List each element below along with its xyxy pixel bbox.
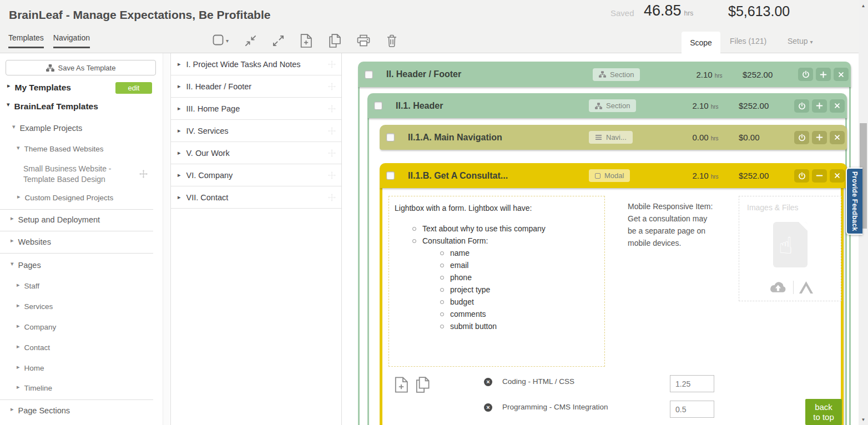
- power-toggle-button[interactable]: [794, 131, 809, 144]
- tab-navigation[interactable]: Navigation: [53, 33, 90, 48]
- tab-templates[interactable]: Templates: [8, 33, 44, 48]
- sidebar-item-label: My Templates: [15, 82, 71, 93]
- nav-item-home-page[interactable]: III. Home Page: [171, 98, 341, 120]
- navigation-type-badge[interactable]: Navi...: [589, 131, 633, 144]
- select-all-checkbox-icon[interactable]: ▾: [213, 33, 229, 48]
- add-file-icon[interactable]: [395, 377, 408, 393]
- close-button[interactable]: [834, 68, 849, 81]
- print-icon[interactable]: [357, 33, 370, 48]
- add-child-button[interactable]: [812, 99, 827, 113]
- pointer-hand-icon: ☝: [779, 232, 793, 259]
- drag-handle-icon[interactable]: [328, 149, 336, 157]
- drag-handle-icon[interactable]: [328, 60, 336, 68]
- sidebar-scrollbar-track[interactable]: [163, 53, 170, 425]
- section-checkbox[interactable]: [386, 171, 395, 180]
- nav-item-our-work[interactable]: V. Our Work: [171, 142, 341, 164]
- close-button[interactable]: [830, 131, 845, 144]
- sidebar-item-home[interactable]: Home: [17, 363, 44, 373]
- item-description-editor[interactable]: Lightbox with a form. Lightbox will have…: [388, 196, 605, 367]
- sidebar-item-label: Pages: [18, 260, 41, 270]
- add-child-button[interactable]: [816, 68, 831, 81]
- sidebar-item-label: Small Business Website - Template Based …: [23, 164, 134, 185]
- cloud-upload-icon[interactable]: [769, 281, 788, 294]
- save-as-template-label: Save As Template: [58, 64, 116, 72]
- sidebar-item-websites[interactable]: Websites: [11, 237, 51, 247]
- sidebar-item-contact[interactable]: Contact: [17, 343, 50, 353]
- caret-down-icon: [11, 260, 14, 267]
- drag-handle-icon[interactable]: [139, 170, 148, 178]
- caret-right-icon: [17, 281, 20, 289]
- sidebar-item-company[interactable]: Company: [17, 322, 56, 332]
- save-as-template-button[interactable]: Save As Template: [6, 60, 156, 75]
- sidebar-item-staff[interactable]: Staff: [17, 281, 39, 291]
- sidebar-item-brainleaf-templates[interactable]: BrainLeaf Templates: [7, 101, 98, 112]
- google-drive-icon[interactable]: [799, 281, 813, 294]
- caret-right-icon: [17, 302, 20, 309]
- section-row-II1B[interactable]: II.1.B. Get A Consultat... Modal 2.10hrs…: [380, 163, 847, 188]
- provide-feedback-tab[interactable]: Provide Feedback: [846, 168, 862, 235]
- collapse-all-icon[interactable]: [245, 33, 256, 48]
- remove-task-icon[interactable]: [484, 378, 492, 386]
- nav-item-header-footer[interactable]: II. Header / Footer: [171, 75, 341, 98]
- duplicate-icon[interactable]: [328, 33, 341, 48]
- edit-button[interactable]: edit: [115, 82, 152, 94]
- drag-handle-icon[interactable]: [328, 127, 336, 135]
- section-row-II1A[interactable]: II.1.A. Main Navigation Navi... 0.00hrs …: [380, 125, 847, 150]
- sidebar-item-small-business-website[interactable]: Small Business Website - Template Based …: [23, 164, 134, 185]
- sidebar-item-page-sections[interactable]: Page Sections: [11, 406, 70, 416]
- remove-task-icon[interactable]: [484, 403, 492, 412]
- close-button[interactable]: [830, 169, 845, 183]
- sidebar-item-pages[interactable]: Pages: [11, 260, 41, 270]
- drag-handle-icon[interactable]: [328, 83, 336, 90]
- nav-item-company[interactable]: VI. Company: [171, 164, 341, 186]
- caret-right-icon: [11, 406, 14, 413]
- drag-handle-icon[interactable]: [328, 105, 336, 113]
- power-toggle-button[interactable]: [794, 99, 809, 113]
- power-toggle-button[interactable]: [798, 68, 813, 81]
- section-checkbox[interactable]: [365, 70, 373, 79]
- close-button[interactable]: [830, 99, 845, 113]
- power-toggle-button[interactable]: [794, 169, 809, 183]
- sidebar-item-setup-and-deployment[interactable]: Setup and Deployment: [11, 215, 100, 225]
- add-child-button[interactable]: [812, 131, 827, 144]
- delete-icon[interactable]: [386, 33, 397, 48]
- sidebar-item-timeline[interactable]: Timeline: [17, 383, 52, 393]
- sidebar-item-label: Company: [24, 322, 57, 332]
- task-hours-input[interactable]: [670, 401, 714, 418]
- tab-scope[interactable]: Scope: [682, 32, 720, 54]
- section-type-badge[interactable]: Section: [593, 68, 640, 81]
- section-row-II[interactable]: II. Header / Footer Section 2.10hrs $252…: [358, 62, 851, 87]
- drag-handle-icon[interactable]: [328, 171, 336, 179]
- task-hours-input[interactable]: [670, 375, 714, 392]
- drag-handle-icon[interactable]: [328, 194, 336, 201]
- scroll-up-arrow[interactable]: ▲: [859, 1, 868, 11]
- nav-item-services[interactable]: IV. Services: [171, 120, 341, 142]
- section-border: [845, 118, 847, 425]
- images-files-dropzone[interactable]: Images & Files ☝: [739, 196, 841, 301]
- sidebar-item-my-templates[interactable]: My Templates: [7, 82, 71, 93]
- section-checkbox[interactable]: [374, 102, 382, 110]
- tab-setup[interactable]: Setup: [788, 37, 813, 45]
- task-label: Programming - CMS Integration: [502, 403, 608, 411]
- modal-type-badge[interactable]: Modal: [589, 169, 630, 182]
- collapse-button[interactable]: [812, 169, 827, 183]
- sidebar-item-example-projects[interactable]: Example Projects: [12, 123, 82, 133]
- caret-right-icon: [178, 105, 181, 112]
- nav-item-project-wide-tasks[interactable]: I. Project Wide Tasks And Notes: [171, 53, 341, 75]
- sidebar-item-services[interactable]: Services: [17, 302, 53, 312]
- section-checkbox[interactable]: [386, 133, 395, 141]
- section-row-II1[interactable]: II.1. Header Section 2.10hrs $252.00: [367, 93, 847, 118]
- mobile-note-line: Get a consultation may: [628, 213, 736, 225]
- back-to-top-button[interactable]: back to top: [805, 399, 842, 425]
- description-bullet: name: [440, 247, 604, 259]
- section-type-badge[interactable]: Section: [589, 99, 636, 112]
- sidebar-item-custom-designed-projects[interactable]: Custom Designed Projects: [17, 193, 113, 203]
- add-item-icon[interactable]: [300, 33, 312, 48]
- scroll-down-arrow[interactable]: ▼: [859, 415, 868, 424]
- hrs-unit-label: hrs: [684, 9, 694, 17]
- nav-item-contact[interactable]: VII. Contact: [171, 186, 341, 209]
- sidebar-item-theme-based-websites[interactable]: Theme Based Websites: [17, 144, 104, 154]
- tab-files[interactable]: Files (121): [730, 37, 766, 45]
- copy-icon[interactable]: [415, 377, 430, 393]
- expand-all-icon[interactable]: [272, 33, 284, 48]
